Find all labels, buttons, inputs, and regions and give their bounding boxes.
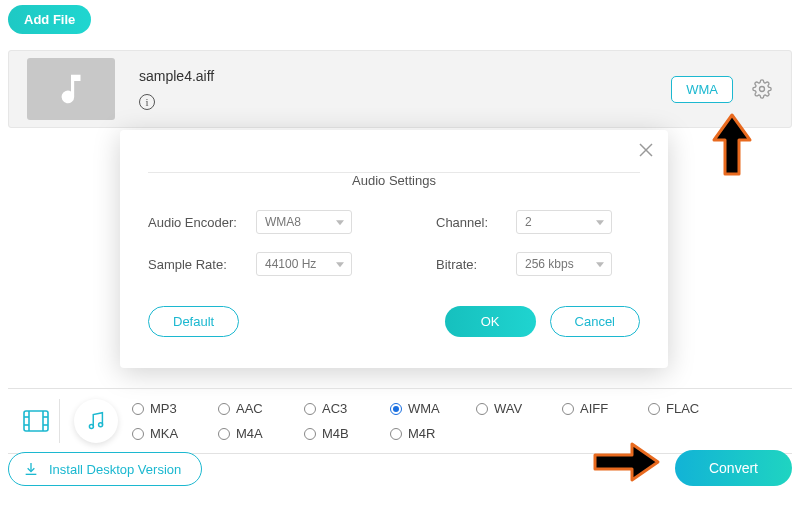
- format-radio-aac[interactable]: AAC: [218, 401, 304, 416]
- format-radio-group: MP3AACAC3WMAWAVAIFFFLACMKAM4AM4BM4R: [132, 401, 734, 441]
- format-bar: MP3AACAC3WMAWAVAIFFFLACMKAM4AM4BM4R: [8, 388, 792, 454]
- svg-point-11: [99, 423, 103, 427]
- bitrate-select[interactable]: 256 kbps: [516, 252, 612, 276]
- format-radio-label: M4B: [322, 426, 349, 441]
- bitrate-label: Bitrate:: [436, 257, 516, 272]
- close-button[interactable]: [638, 140, 654, 163]
- format-radio-aiff[interactable]: AIFF: [562, 401, 648, 416]
- install-desktop-label: Install Desktop Version: [49, 462, 181, 477]
- encoder-select[interactable]: WMA8: [256, 210, 352, 234]
- target-format-badge[interactable]: WMA: [671, 76, 733, 103]
- close-icon: [638, 142, 654, 158]
- info-icon[interactable]: i: [139, 94, 155, 110]
- format-radio-m4a[interactable]: M4A: [218, 426, 304, 441]
- install-desktop-button[interactable]: Install Desktop Version: [8, 452, 202, 486]
- default-button[interactable]: Default: [148, 306, 239, 337]
- format-radio-m4r[interactable]: M4R: [390, 426, 476, 441]
- ok-button[interactable]: OK: [445, 306, 536, 337]
- svg-point-0: [760, 87, 765, 92]
- format-radio-label: MP3: [150, 401, 177, 416]
- download-icon: [23, 461, 39, 477]
- file-name: sample4.aiff: [139, 68, 214, 84]
- audio-type-icon[interactable]: [74, 399, 118, 443]
- format-radio-mp3[interactable]: MP3: [132, 401, 218, 416]
- format-radio-label: FLAC: [666, 401, 699, 416]
- audio-settings-dialog: Audio Settings Audio Encoder: WMA8 Chann…: [120, 130, 668, 368]
- format-radio-wav[interactable]: WAV: [476, 401, 562, 416]
- radio-dot: [476, 403, 488, 415]
- format-radio-mka[interactable]: MKA: [132, 426, 218, 441]
- radio-dot: [304, 403, 316, 415]
- radio-dot: [132, 403, 144, 415]
- format-radio-label: WAV: [494, 401, 522, 416]
- format-radio-label: M4A: [236, 426, 263, 441]
- radio-dot: [218, 403, 230, 415]
- format-radio-wma[interactable]: WMA: [390, 401, 476, 416]
- sample-rate-select[interactable]: 44100 Hz: [256, 252, 352, 276]
- dialog-title: Audio Settings: [342, 173, 446, 188]
- channel-select[interactable]: 2: [516, 210, 612, 234]
- cancel-button[interactable]: Cancel: [550, 306, 640, 337]
- gear-icon: [752, 79, 772, 99]
- radio-dot: [132, 428, 144, 440]
- radio-dot: [304, 428, 316, 440]
- file-meta: sample4.aiff i: [139, 68, 214, 110]
- add-file-button[interactable]: Add File: [8, 5, 91, 34]
- video-type-icon[interactable]: [12, 399, 60, 443]
- convert-button[interactable]: Convert: [675, 450, 792, 486]
- format-radio-flac[interactable]: FLAC: [648, 401, 734, 416]
- radio-dot: [648, 403, 660, 415]
- radio-dot: [562, 403, 574, 415]
- format-radio-ac3[interactable]: AC3: [304, 401, 390, 416]
- radio-dot: [390, 428, 402, 440]
- file-row: sample4.aiff i WMA: [8, 50, 792, 128]
- format-radio-label: AC3: [322, 401, 347, 416]
- sample-rate-label: Sample Rate:: [148, 257, 256, 272]
- svg-point-10: [89, 424, 93, 428]
- radio-dot: [218, 428, 230, 440]
- radio-dot: [390, 403, 402, 415]
- music-note-icon: [52, 70, 90, 108]
- encoder-label: Audio Encoder:: [148, 215, 256, 230]
- svg-rect-3: [24, 411, 48, 431]
- format-radio-label: AAC: [236, 401, 263, 416]
- file-thumbnail: [27, 58, 115, 120]
- format-radio-label: MKA: [150, 426, 178, 441]
- settings-button[interactable]: [751, 78, 773, 100]
- format-radio-label: AIFF: [580, 401, 608, 416]
- music-notes-icon: [85, 410, 107, 432]
- format-radio-m4b[interactable]: M4B: [304, 426, 390, 441]
- format-radio-label: M4R: [408, 426, 435, 441]
- format-radio-label: WMA: [408, 401, 440, 416]
- channel-label: Channel:: [436, 215, 516, 230]
- film-icon: [22, 409, 50, 433]
